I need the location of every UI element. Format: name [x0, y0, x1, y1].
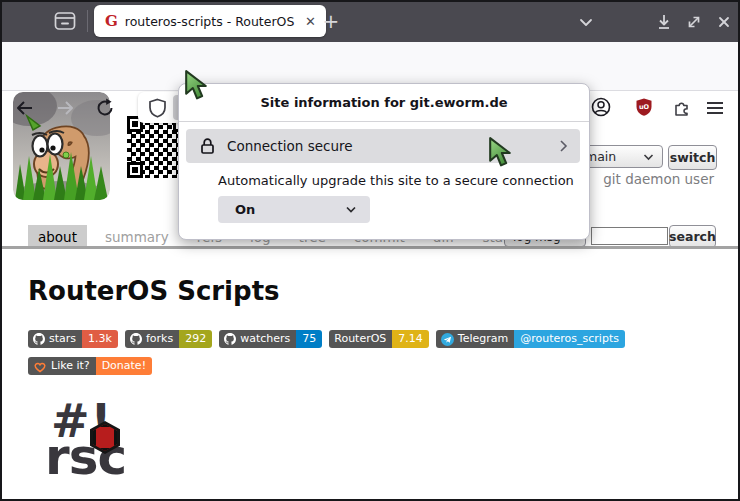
- telegram-badge[interactable]: Telegram @routeros_scripts: [436, 330, 625, 348]
- chevron-down-icon: [345, 205, 357, 214]
- repo-owner-label: git daemon user: [603, 171, 714, 187]
- mouse-cursor: [183, 69, 210, 102]
- search-button[interactable]: search: [669, 225, 716, 248]
- github-icon: [130, 333, 142, 345]
- browser-window: G routeros-scripts - RouterOS ✕ +: [0, 0, 740, 501]
- badge-value: 1.3k: [82, 330, 118, 348]
- stars-badge[interactable]: stars 1.3k: [28, 330, 118, 348]
- badge-value: 292: [179, 330, 212, 348]
- github-icon: [224, 333, 236, 345]
- badge-label: RouterOS: [334, 330, 386, 348]
- account-icon[interactable]: [590, 96, 612, 118]
- chevron-right-icon: [559, 139, 568, 153]
- badge-label: watchers: [240, 330, 290, 348]
- https-upgrade-label: Automatically upgrade this site to a sec…: [218, 173, 574, 188]
- tab-close-icon[interactable]: ✕: [303, 14, 318, 29]
- badge-value: 7.14: [392, 330, 429, 348]
- cgit-favicon: G: [105, 12, 118, 30]
- downloads-icon[interactable]: [654, 12, 674, 32]
- connection-secure-label: Connection secure: [227, 129, 353, 163]
- routeros-badge[interactable]: RouterOS 7.14: [329, 330, 429, 348]
- list-tabs-icon[interactable]: [576, 12, 596, 32]
- switch-button[interactable]: switch: [668, 145, 717, 170]
- badge-label: forks: [146, 330, 173, 348]
- reload-button[interactable]: [94, 97, 116, 119]
- page-title: RouterOS Scripts: [28, 276, 280, 306]
- badge-label: Like it?: [51, 357, 90, 375]
- watchers-badge[interactable]: watchers 75: [219, 330, 322, 348]
- badge-row-1: stars 1.3k forks 292 watchers 75: [28, 330, 625, 348]
- https-upgrade-value: On: [235, 196, 255, 223]
- https-upgrade-select[interactable]: On: [218, 196, 370, 223]
- badge-row-2: Like it? Donate!: [28, 357, 152, 375]
- badge-label: Telegram: [458, 330, 508, 348]
- firefox-view-icon[interactable]: [54, 11, 76, 31]
- telegram-icon: [441, 333, 454, 346]
- tab-title: routeros-scripts - RouterOS: [125, 14, 303, 29]
- maximize-icon[interactable]: [684, 12, 704, 32]
- badge-value: @routeros_scripts: [514, 330, 625, 348]
- close-window-icon[interactable]: [714, 12, 734, 32]
- lock-icon: [199, 137, 216, 155]
- tab-bar: G routeros-scripts - RouterOS ✕ +: [0, 0, 740, 42]
- popup-divider: [179, 121, 589, 122]
- forward-button[interactable]: [54, 97, 76, 119]
- badge-value: 75: [296, 330, 322, 348]
- svg-text:uO: uO: [639, 103, 650, 111]
- extensions-puzzle-icon[interactable]: [672, 98, 694, 120]
- new-tab-button[interactable]: +: [318, 8, 344, 34]
- tab-divider: [0, 246, 740, 249]
- site-information-popup: Site information for git.eworm.de Connec…: [178, 83, 590, 240]
- badge-label: stars: [49, 330, 76, 348]
- qr-finder: [127, 162, 143, 178]
- rsc-logo: #! rsc: [45, 398, 155, 482]
- tracking-protection-shield-icon[interactable]: [148, 98, 167, 118]
- mouse-cursor: [487, 136, 514, 169]
- forks-badge[interactable]: forks 292: [125, 330, 212, 348]
- ublock-origin-icon[interactable]: uO: [634, 97, 656, 119]
- tab-separator: [87, 10, 88, 32]
- menu-hamburger-icon[interactable]: [706, 100, 728, 122]
- popup-title: Site information for git.eworm.de: [179, 95, 589, 110]
- github-icon: [33, 333, 45, 345]
- heart-icon: [33, 360, 47, 373]
- connection-secure-row[interactable]: Connection secure: [186, 129, 580, 163]
- active-tab[interactable]: G routeros-scripts - RouterOS ✕: [94, 5, 326, 37]
- back-button[interactable]: [14, 97, 36, 119]
- badge-value: Donate!: [96, 357, 152, 375]
- chevron-down-icon: [643, 153, 654, 161]
- donate-badge[interactable]: Like it? Donate!: [28, 357, 152, 375]
- search-input[interactable]: [591, 227, 668, 245]
